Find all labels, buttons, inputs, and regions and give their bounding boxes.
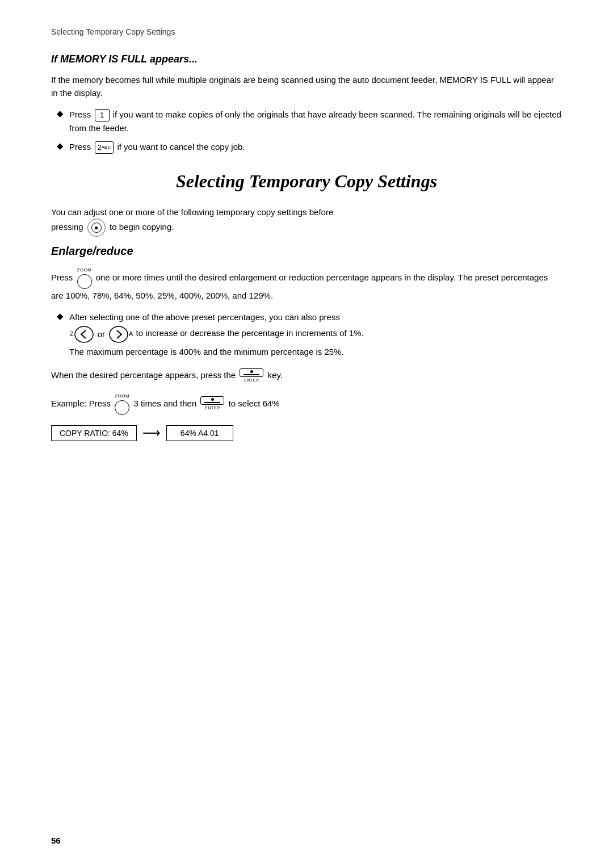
arrow-right-icon: ⟶ — [142, 426, 161, 441]
left-chevron-icon — [74, 326, 94, 343]
diamond-icon-2: ◆ — [57, 141, 64, 151]
key-1: 1 — [95, 109, 110, 121]
enlarge-bullet-1: ◆ After selecting one of the above prese… — [57, 311, 562, 359]
enter-key-para: When the desired percentage appears, pre… — [51, 368, 562, 383]
memory-bullet-1: ◆ Press 1 if you want to make copies of … — [57, 108, 562, 135]
zoom-button-example-icon: ZOOM — [115, 393, 129, 415]
breadcrumb: Selecting Temporary Copy Settings — [51, 27, 562, 36]
zoom-reduce-z-icon: Z — [70, 326, 94, 343]
svg-point-1 — [110, 326, 128, 342]
memory-full-heading: If MEMORY IS FULL appears... — [51, 53, 562, 65]
copy-ratio-result: 64% A4 01 — [166, 425, 233, 441]
diamond-icon-3: ◆ — [57, 311, 64, 321]
zoom-enlarge-a-icon: A — [109, 326, 133, 343]
page-title: Selecting Temporary Copy Settings — [51, 171, 562, 192]
enlarge-reduce-para1: Press ZOOM one or more times until the d… — [51, 267, 562, 303]
enlarge-bullet-1-text: After selecting one of the above preset … — [69, 311, 364, 359]
enlarge-reduce-section: Enlarge/reduce Press ZOOM one or more ti… — [51, 245, 562, 441]
memory-bullet-1-text: Press 1 if you want to make copies of on… — [69, 108, 562, 135]
or-text: or — [98, 328, 105, 341]
copy-ratio-label: COPY RATIO: 64% — [51, 425, 137, 441]
svg-point-0 — [75, 326, 93, 342]
memory-bullet-2-text: Press 2ABC if you want to cancel the cop… — [69, 140, 245, 154]
memory-full-section: If MEMORY IS FULL appears... If the memo… — [51, 53, 562, 154]
diamond-icon-1: ◆ — [57, 108, 64, 119]
memory-bullet-2: ◆ Press 2ABC if you want to cancel the c… — [57, 140, 562, 154]
enlarge-reduce-heading: Enlarge/reduce — [51, 245, 562, 258]
start-copy-key-icon — [87, 219, 106, 237]
copy-ratio-diagram: COPY RATIO: 64% ⟶ 64% A4 01 — [51, 425, 562, 441]
intro-paragraph: You can adjust one or more of the follow… — [51, 206, 562, 237]
memory-full-intro: If the memory becomes full while multipl… — [51, 73, 562, 100]
example-para: Example: Press ZOOM 3 times and then ENT… — [51, 393, 562, 415]
page-number: 56 — [51, 836, 61, 845]
enter-key-icon: ENTER — [240, 368, 263, 383]
right-chevron-icon — [109, 326, 128, 343]
enter-key-example-icon: ENTER — [200, 396, 224, 411]
zoom-button-icon: ZOOM — [77, 267, 92, 289]
key-2abc: 2ABC — [95, 141, 114, 154]
